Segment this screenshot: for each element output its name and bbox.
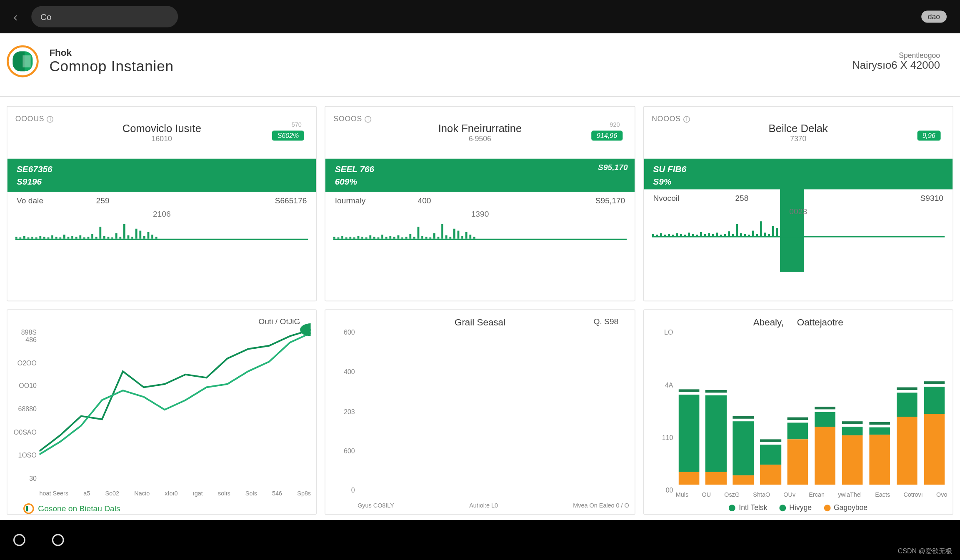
sparkline [15, 220, 308, 240]
metric-card-2: SOOOSi Inok Fneirurratine 6·9506 920914,… [325, 106, 635, 301]
stat-row: Vo dale 259 S665176 [8, 192, 316, 210]
card-tab: OOOUS [15, 115, 45, 122]
banner-line1: SU FIB6 [653, 164, 943, 174]
info-icon[interactable]: i [47, 116, 54, 122]
info-icon[interactable]: i [683, 116, 690, 122]
page-header: Fhok Comnop Instanien Spentleogoo Nairys… [0, 33, 960, 96]
stacked-bar-card: Abealy, Oattejaotre LO4A11000 MulsOUOszG… [643, 310, 953, 515]
highlight-banner: SE67356 S9196 [8, 159, 316, 192]
card-title: Comoviclo Iusıte [15, 122, 308, 135]
stat-label: Iourmaly [335, 196, 366, 205]
header-right: Spentleogoo Nairysıo6 X 42000 [852, 51, 940, 71]
bar-chart-card: Grail SeasalQ. S98 6004002036000 Gyus CO… [325, 310, 635, 515]
spark-label: 2106 [15, 209, 308, 218]
card-tab: NOOOS [652, 115, 681, 122]
brand-subtitle: Fhok [49, 48, 174, 58]
watermark: CSDN @爱欲无极 [898, 547, 952, 556]
svg-point-0 [300, 323, 311, 336]
delta-badge: S602% [272, 131, 304, 141]
nav-circle-icon[interactable] [52, 534, 64, 546]
banner-line1: SE67356 [17, 164, 307, 174]
header-right-bottom: Nairysıo6 X 42000 [852, 59, 940, 71]
x-axis: Gyus CO8ILYAutıol:e L0Mvea On Ealeo 0 / … [358, 502, 629, 509]
stat-value: S9310 [920, 193, 943, 202]
sparkline [652, 218, 945, 238]
dashboard-grid: OOOUSi Comoviclo Iusıte 16010 570S602% S… [0, 97, 960, 520]
metric-card-1: OOOUSi Comoviclo Iusıte 16010 570S602% S… [7, 106, 317, 301]
stat-value: S95,170 [595, 196, 625, 205]
stat-mid: 400 [418, 196, 431, 205]
highlight-banner: SU FIB6 S9% [644, 159, 952, 190]
back-icon[interactable]: ‹ [13, 9, 18, 25]
device-nav-bar: CSDN @爱欲无极 [0, 520, 960, 560]
banner-line2: S9196 [17, 177, 307, 187]
stacked-plot [676, 323, 948, 485]
metric-card-3: NOOOSi Beilce Delak 7370 9,96 SU FIB6 S9… [643, 106, 953, 301]
y-axis: LO4A11000 [646, 329, 673, 494]
delta-badge: 914,96 [591, 131, 622, 141]
browser-pill[interactable]: dao [921, 11, 947, 23]
line-plot [39, 323, 311, 483]
brand-title: Comnop Instanien [49, 58, 174, 75]
y-axis: 6004002036000 [328, 329, 355, 494]
card-tab: SOOOS [334, 115, 362, 122]
tiny-badge: 920 [610, 121, 620, 128]
stat-value: S665176 [275, 196, 307, 205]
stat-mid: 258 [735, 193, 748, 202]
browser-bar: ‹ Co dao [0, 0, 960, 33]
y-axis: 898S 486O2OOOO1068880O0SAO1OSO30 [10, 329, 37, 482]
spark-label: 1390 [334, 209, 627, 218]
card-number: 6·9506 [334, 135, 627, 142]
banner-right: S95,170 [598, 162, 628, 172]
page: Fhok Comnop Instanien Spentleogoo Nairys… [0, 33, 960, 520]
nav-circle-icon[interactable] [13, 534, 25, 546]
url-input[interactable]: Co [31, 6, 178, 27]
stat-row: Nvocoil 258 S9310 [644, 189, 952, 207]
tiny-badge: 570 [292, 121, 302, 128]
info-icon[interactable]: i [365, 116, 371, 122]
legend: Intl TelskHivygeGagoyboe [644, 500, 952, 511]
card-title: Beilce Delak [652, 122, 945, 135]
chart-footer-note[interactable]: Gosone on Bietau Dals [8, 502, 316, 514]
stat-row: Iourmaly 400 S95,170 [325, 192, 634, 210]
stat-label: Vo dale [17, 196, 43, 205]
card-title: Inok Fneirurratine [334, 122, 627, 135]
stat-mid: 259 [96, 196, 110, 205]
x-axis: MulsOUOszGShtaOOUvErcanywlaThelEactsCotr… [676, 491, 948, 498]
logo-small-icon [23, 503, 34, 514]
header-right-top: Spentleogoo [852, 51, 940, 59]
banner-line2: 609% [335, 177, 625, 187]
banner-line1: SEEL 766 [335, 164, 625, 174]
delta-badge: 9,96 [917, 131, 941, 141]
bar-plot [358, 323, 629, 495]
spark-label: 0023 [652, 207, 945, 216]
card-number: 16010 [15, 135, 308, 142]
line-chart-card: Outi / OtJiG 898S 486O2OOOO1068880O0SAO1… [7, 310, 317, 515]
stat-label: Nvocoil [653, 193, 679, 202]
highlight-banner: SEEL 766 609% S95,170 [325, 159, 634, 192]
x-axis: hoat Seersa5So02NacioxIoı0ıgatsolısSols5… [39, 490, 311, 497]
logo-icon [7, 45, 39, 78]
sparkline [334, 220, 627, 240]
card-number: 7370 [652, 135, 945, 142]
